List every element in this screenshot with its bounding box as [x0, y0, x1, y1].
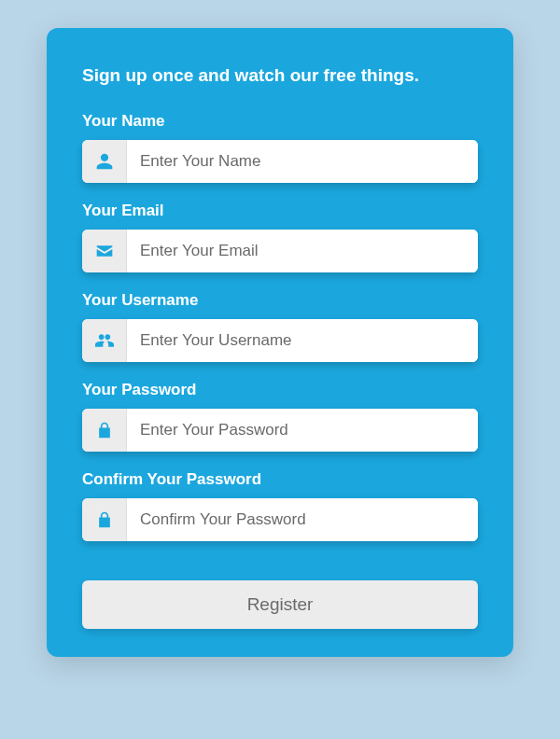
name-label: Your Name: [82, 112, 478, 131]
confirm-input[interactable]: [127, 498, 478, 541]
email-input-row: [82, 230, 478, 272]
name-field-group: Your Name: [82, 112, 478, 183]
email-field-group: Your Email: [82, 202, 478, 272]
lock-icon: [82, 409, 127, 452]
name-input[interactable]: [127, 140, 478, 183]
email-label: Your Email: [82, 202, 478, 220]
signup-heading: Sign up once and watch our free things.: [82, 65, 478, 86]
name-input-row: [82, 140, 478, 183]
user-icon: [82, 140, 127, 183]
signup-card: Sign up once and watch our free things. …: [47, 28, 513, 657]
password-input[interactable]: [127, 409, 478, 452]
password-input-row: [82, 409, 478, 452]
username-label: Your Username: [82, 291, 478, 310]
confirm-field-group: Confirm Your Password: [82, 470, 478, 541]
password-label: Your Password: [82, 381, 478, 399]
lock-confirm-icon: [82, 498, 127, 541]
envelope-icon: [82, 230, 127, 272]
username-input[interactable]: [127, 319, 478, 362]
password-field-group: Your Password: [82, 381, 478, 452]
users-icon: [82, 319, 127, 362]
email-input[interactable]: [127, 230, 478, 272]
confirm-input-row: [82, 498, 478, 541]
confirm-label: Confirm Your Password: [82, 470, 478, 489]
register-button[interactable]: Register: [82, 580, 478, 629]
username-field-group: Your Username: [82, 291, 478, 362]
username-input-row: [82, 319, 478, 362]
